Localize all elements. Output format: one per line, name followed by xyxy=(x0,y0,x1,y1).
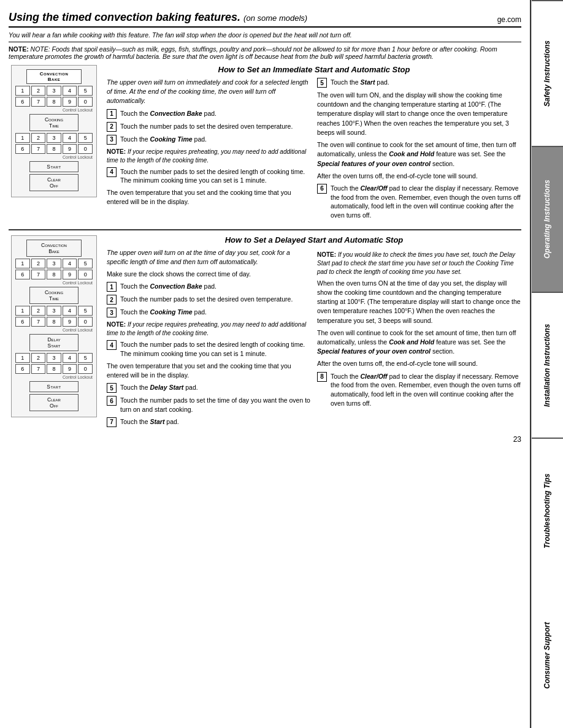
note-body: NOTE: Foods that spoil easily—such as mi… xyxy=(9,45,497,60)
section2-note1: NOTE: If your recipe requires preheating… xyxy=(107,320,311,338)
step-2-8: 8 Touch the Clear/Off pad to clear the d… xyxy=(317,372,521,408)
step-2-3: 3 Touch the Cooking Time pad. xyxy=(107,308,311,317)
section2-steps: 1 Touch the Convection Bake pad. 2 Touch… xyxy=(107,282,311,317)
oven-control-1: Convection Bake 1 2 3 4 5 6 7 8 9 0 Cont… xyxy=(11,65,97,197)
sidebar-operating: Operating Instructions xyxy=(532,146,563,292)
cooking-time-btn: CookingTime xyxy=(29,114,79,131)
page-title: Using the timed convection baking featur… xyxy=(9,11,521,28)
title-sub: (on some models) xyxy=(243,13,307,23)
section2-desc: The upper oven will turn on at the time … xyxy=(107,248,311,267)
section2-cols: The upper oven will turn on at the time … xyxy=(107,248,521,430)
page-number: 23 xyxy=(9,435,521,444)
sidebar-safety: Safety Instructions xyxy=(532,0,563,146)
title-text: Using the timed convection baking featur… xyxy=(9,11,307,24)
section1-body4: After the oven turns off, the end-of-cyc… xyxy=(317,172,521,181)
step-2-1: 1 Touch the Convection Bake pad. xyxy=(107,282,311,292)
numpad-mid-2: 1 2 3 4 5 6 7 8 9 0 xyxy=(15,306,93,327)
cooking-time-btn-2: CookingTime xyxy=(29,287,79,304)
section2-right: How to Set a Delayed Start and Automatic… xyxy=(107,235,521,430)
section1: Convection Bake 1 2 3 4 5 6 7 8 9 0 Cont… xyxy=(9,65,521,223)
start-btn-2: Start xyxy=(29,381,79,392)
start-btn-1: Start xyxy=(29,161,79,172)
numpad-top-1: 1 2 3 4 5 6 7 8 9 0 xyxy=(15,86,93,107)
main-content: Using the timed convection baking featur… xyxy=(0,0,531,728)
note-text: NOTE: NOTE: Foods that spoil easily—such… xyxy=(9,45,521,60)
step-2-5: 5 Touch the Delay Start pad. xyxy=(107,383,311,393)
step-1-5: 5 Touch the Start pad. xyxy=(317,78,521,88)
section1-body3: The oven will continue to cook for the s… xyxy=(317,140,521,169)
sidebar: Safety Instructions Operating Instructio… xyxy=(531,0,563,728)
convection-bake-btn: Convection Bake xyxy=(26,69,82,84)
section2-right-col: NOTE: If you would like to check the tim… xyxy=(317,248,521,430)
section2-body3: The oven will continue to cook for the s… xyxy=(317,328,521,357)
section1-left: Convection Bake 1 2 3 4 5 6 7 8 9 0 Cont… xyxy=(9,65,99,223)
step-1-4: 4 Touch the number pads to set the desir… xyxy=(107,167,311,185)
clear-off-btn-1: ClearOff xyxy=(29,174,79,191)
delay-start-btn: DelayStart xyxy=(29,334,79,351)
section2-left: ConvectionBake 1 2 3 4 5 6 7 8 9 0 Contr… xyxy=(9,235,99,430)
title-main: Using the timed convection baking featur… xyxy=(9,11,240,23)
clear-off-btn-2: ClearOff xyxy=(29,394,79,411)
section2-title: How to Set a Delayed Start and Automatic… xyxy=(107,235,521,245)
convection-bake-btn-2: ConvectionBake xyxy=(26,240,82,257)
section1-right: How to Set an Immediate Start and Automa… xyxy=(107,65,521,223)
section2-body2: When the oven turns ON at the time of da… xyxy=(317,279,521,325)
step-2-6: 6 Touch the number pads to set the time … xyxy=(107,396,311,414)
section2: ConvectionBake 1 2 3 4 5 6 7 8 9 0 Contr… xyxy=(9,235,521,430)
section1-note1: NOTE: If your recipe requires preheating… xyxy=(107,148,311,165)
oven-control-2: ConvectionBake 1 2 3 4 5 6 7 8 9 0 Contr… xyxy=(11,235,97,417)
sidebar-consumer: Consumer Support xyxy=(532,583,563,728)
section2-makesure: Make sure the clock shows the correct ti… xyxy=(107,270,311,279)
step-1-3: 3 Touch the Cooking Time pad. xyxy=(107,135,311,145)
section1-body1: The oven temperature that you set and th… xyxy=(107,188,311,207)
step-2-7: 7 Touch the Start pad. xyxy=(107,417,311,427)
section-divider xyxy=(9,229,521,230)
numpad-bottom-1: 1 2 3 4 5 6 7 8 9 0 xyxy=(15,133,93,154)
sidebar-installation: Installation Instructions xyxy=(532,292,563,438)
step-2-4: 4 Touch the number pads to set the desir… xyxy=(107,340,311,358)
section1-right-col: 5 Touch the Start pad. The oven will tur… xyxy=(317,78,521,223)
section1-cols: The upper oven will turn on immediately … xyxy=(107,78,521,223)
section1-body2: The oven will turn ON, and the display w… xyxy=(317,91,521,137)
section2-body4: After the oven turns off, the end-of-cyc… xyxy=(317,359,521,368)
section1-desc: The upper oven will turn on immediately … xyxy=(107,78,311,106)
step-1-6: 6 Touch the Clear/Off pad to clear the d… xyxy=(317,184,521,220)
numpad-bottom-2: 1 2 3 4 5 6 7 8 9 0 xyxy=(15,353,93,374)
section2-left-col: The upper oven will turn on at the time … xyxy=(107,248,311,430)
step-2-2: 2 Touch the number pads to set the desir… xyxy=(107,295,311,305)
section2-body1: The oven temperature that you set and th… xyxy=(107,362,311,380)
numpad-top-2: 1 2 3 4 5 6 7 8 9 0 xyxy=(15,259,93,279)
section1-title: How to Set an Immediate Start and Automa… xyxy=(107,65,521,74)
section1-steps2: 4 Touch the number pads to set the desir… xyxy=(107,167,311,185)
section1-steps: 1 Touch the Convection Bake pad. 2 Touch… xyxy=(107,109,311,145)
site-label: ge.com xyxy=(497,15,521,24)
step-1-1: 1 Touch the Convection Bake pad. xyxy=(107,109,311,119)
section2-note-top: NOTE: If you would like to check the tim… xyxy=(317,251,521,276)
step-1-2: 2 Touch the number pads to set the desir… xyxy=(107,122,311,132)
sidebar-troubleshooting: Troubleshooting Tips xyxy=(532,438,563,583)
intro-text: You will hear a fan while cooking with t… xyxy=(9,31,521,42)
section1-left-col: The upper oven will turn on immediately … xyxy=(107,78,311,223)
